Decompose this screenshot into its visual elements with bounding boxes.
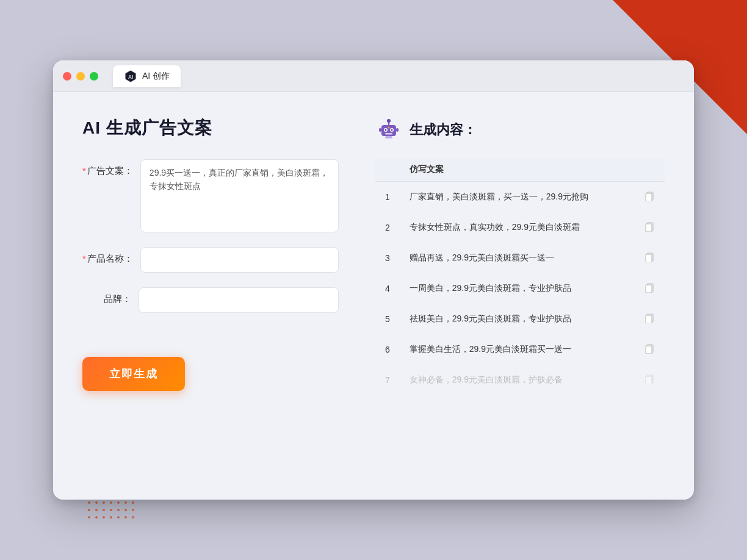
row-number: 7 xyxy=(375,365,400,395)
row-number: 3 xyxy=(375,243,400,273)
ad-copy-label: *广告文案： xyxy=(82,159,133,177)
copy-button[interactable] xyxy=(634,304,665,334)
table-row: 7女神必备，29.9元美白淡斑霜，护肤必备 xyxy=(375,365,665,395)
results-table: 仿写文案 1厂家直销，美白淡斑霜，买一送一，29.9元抢购 2专抹女性斑点，真实… xyxy=(375,158,665,395)
table-row: 2专抹女性斑点，真实功效，29.9元美白淡斑霜 xyxy=(375,212,665,243)
right-panel: 生成内容： 仿写文案 1厂家直销，美白淡斑霜，买一送一，29.9元抢购 2专抹女… xyxy=(375,117,665,475)
row-number: 6 xyxy=(375,334,400,365)
svg-rect-15 xyxy=(646,193,652,201)
right-header: 生成内容： xyxy=(375,117,665,143)
copy-button[interactable] xyxy=(634,182,665,212)
page-title: AI 生成广告文案 xyxy=(82,117,339,140)
row-number: 2 xyxy=(375,212,400,243)
svg-point-7 xyxy=(385,129,387,131)
product-name-input[interactable]: 美白淡斑霜 xyxy=(140,247,339,273)
table-header-action xyxy=(634,158,665,182)
tab-label: AI 创作 xyxy=(142,71,170,82)
product-required: * xyxy=(82,253,86,264)
svg-point-8 xyxy=(391,129,393,131)
table-row: 4一周美白，29.9元美白淡斑霜，专业护肤品 xyxy=(375,273,665,304)
right-panel-title: 生成内容： xyxy=(410,121,477,139)
table-row: 5祛斑美白，29.9元美白淡斑霜，专业护肤品 xyxy=(375,304,665,334)
table-row: 1厂家直销，美白淡斑霜，买一送一，29.9元抢购 xyxy=(375,182,665,212)
row-copy-text: 一周美白，29.9元美白淡斑霜，专业护肤品 xyxy=(400,273,634,304)
browser-window: AI AI 创作 AI 生成广告文案 *广告文案： 29.9买一送一，真正的厂家… xyxy=(53,60,694,500)
row-copy-text: 掌握美白生活，29.9元美白淡斑霜买一送一 xyxy=(400,334,634,365)
title-bar: AI AI 创作 xyxy=(53,60,694,92)
svg-rect-10 xyxy=(379,128,381,132)
table-row: 3赠品再送，29.9元美白淡斑霜买一送一 xyxy=(375,243,665,273)
table-row: 6掌握美白生活，29.9元美白淡斑霜买一送一 xyxy=(375,334,665,365)
minimize-button[interactable] xyxy=(76,72,85,81)
brand-input[interactable]: 好白 xyxy=(139,287,339,313)
ad-copy-input[interactable]: 29.9买一送一，真正的厂家直销，美白淡斑霜，专抹女性斑点 xyxy=(140,159,339,232)
table-header-copy: 仿写文案 xyxy=(400,158,634,182)
copy-button[interactable] xyxy=(634,243,665,273)
table-header-num xyxy=(375,158,400,182)
row-number: 4 xyxy=(375,273,400,304)
product-name-label: *产品名称： xyxy=(82,247,133,265)
maximize-button[interactable] xyxy=(90,72,98,81)
generate-button[interactable]: 立即生成 xyxy=(82,357,185,391)
svg-rect-9 xyxy=(385,133,392,135)
product-name-group: *产品名称： 美白淡斑霜 xyxy=(82,247,339,273)
svg-rect-19 xyxy=(646,254,652,262)
bg-decoration-dots xyxy=(85,499,134,523)
ad-copy-required: * xyxy=(82,165,86,176)
row-number: 5 xyxy=(375,304,400,334)
row-copy-text: 专抹女性斑点，真实功效，29.9元美白淡斑霜 xyxy=(400,212,634,243)
ad-copy-group: *广告文案： 29.9买一送一，真正的厂家直销，美白淡斑霜，专抹女性斑点 xyxy=(82,159,339,232)
table-header-row: 仿写文案 xyxy=(375,158,665,182)
row-number: 1 xyxy=(375,182,400,212)
ai-logo-icon: AI xyxy=(124,70,137,83)
browser-tab[interactable]: AI AI 创作 xyxy=(113,65,181,87)
window-controls xyxy=(63,72,98,81)
content-area: AI 生成广告文案 *广告文案： 29.9买一送一，真正的厂家直销，美白淡斑霜，… xyxy=(53,92,694,500)
row-copy-text: 祛斑美白，29.9元美白淡斑霜，专业护肤品 xyxy=(400,304,634,334)
svg-point-13 xyxy=(388,127,390,129)
row-copy-text: 厂家直销，美白淡斑霜，买一送一，29.9元抢购 xyxy=(400,182,634,212)
copy-button[interactable] xyxy=(634,212,665,243)
row-copy-text: 赠品再送，29.9元美白淡斑霜买一送一 xyxy=(400,243,634,273)
copy-button[interactable] xyxy=(634,365,665,395)
svg-point-4 xyxy=(387,119,391,123)
svg-rect-21 xyxy=(646,285,652,293)
row-copy-text: 女神必备，29.9元美白淡斑霜，护肤必备 xyxy=(400,365,634,395)
svg-rect-11 xyxy=(396,128,399,132)
svg-text:AI: AI xyxy=(128,74,133,79)
svg-rect-25 xyxy=(646,346,652,354)
brand-label: 品牌： xyxy=(82,287,131,305)
copy-button[interactable] xyxy=(634,273,665,304)
robot-icon xyxy=(375,117,402,143)
svg-rect-27 xyxy=(646,376,652,384)
brand-group: 品牌： 好白 xyxy=(82,287,339,313)
svg-rect-23 xyxy=(646,315,652,323)
svg-rect-12 xyxy=(385,136,392,138)
svg-rect-17 xyxy=(646,224,652,232)
left-panel: AI 生成广告文案 *广告文案： 29.9买一送一，真正的厂家直销，美白淡斑霜，… xyxy=(82,117,339,475)
close-button[interactable] xyxy=(63,72,71,81)
copy-button[interactable] xyxy=(634,334,665,365)
